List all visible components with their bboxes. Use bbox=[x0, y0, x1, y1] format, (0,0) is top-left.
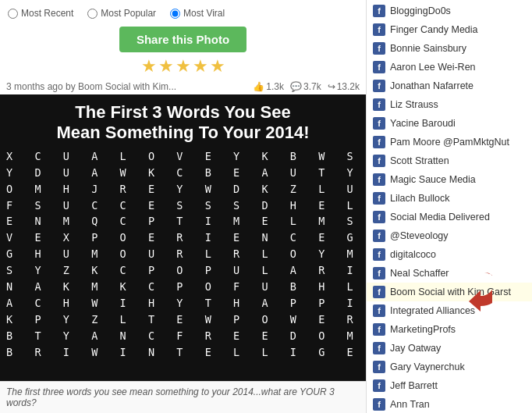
radio-bar: Most Recent Most Popular Most Viral bbox=[0, 0, 366, 23]
sidebar-item-label: BloggingDo0s bbox=[390, 5, 451, 16]
sidebar-item[interactable]: fAnn Tran bbox=[367, 395, 532, 413]
sidebar-item[interactable]: fBloggingDo0s bbox=[367, 2, 532, 20]
share-icon: ↪ bbox=[328, 81, 335, 92]
facebook-icon: f bbox=[373, 230, 385, 242]
word-search-title: The First 3 Words You SeeMean Something … bbox=[0, 94, 366, 148]
sidebar-item[interactable]: fBoom Social with Kim Garst bbox=[367, 283, 532, 301]
sidebar-item[interactable]: fMarketingProfs bbox=[367, 320, 532, 339]
facebook-icon: f bbox=[373, 136, 385, 148]
sidebar-item-label: Integrated Alliances bbox=[390, 305, 475, 316]
sidebar-item[interactable]: fIntegrated Alliances bbox=[367, 301, 532, 320]
share-button-area: Share this Photo ★ ★ ★ ★ ★ bbox=[0, 23, 366, 78]
sidebar-item-label: Scott Stratten bbox=[390, 155, 449, 166]
sidebar-item-label: Jonathan Nafarrete bbox=[390, 80, 473, 91]
sidebar-item[interactable]: fBonnie Sainsbury bbox=[367, 39, 532, 58]
sidebar-item-label: Gary Vaynerchuk bbox=[390, 361, 465, 372]
star-5: ★ bbox=[210, 56, 225, 77]
post-meta-left: 3 months ago by Boom Social with Kim... bbox=[6, 81, 176, 92]
sidebar-item[interactable]: fJeff Barrett bbox=[367, 376, 532, 395]
sidebar-item[interactable]: fGary Vaynerchuk bbox=[367, 358, 532, 376]
sidebar-item[interactable]: fFinger Candy Media bbox=[367, 20, 532, 39]
sidebar-item-label: Liz Strauss bbox=[390, 99, 438, 110]
facebook-icon: f bbox=[373, 361, 385, 373]
star-1: ★ bbox=[141, 56, 157, 77]
share-photo-button[interactable]: Share this Photo bbox=[119, 27, 246, 52]
comments-count: 💬 3.7k bbox=[290, 81, 321, 92]
facebook-icon: f bbox=[373, 23, 385, 36]
sidebar-item-label: Ann Tran bbox=[390, 399, 430, 410]
sidebar-item-label: Bonnie Sainsbury bbox=[390, 43, 466, 54]
shares-count: ↪ 13.2k bbox=[328, 81, 360, 92]
facebook-icon: f bbox=[373, 80, 385, 92]
facebook-icon: f bbox=[373, 211, 385, 223]
sidebar-item[interactable]: fNeal Schaffer bbox=[367, 264, 532, 283]
facebook-icon: f bbox=[373, 342, 385, 354]
facebook-icon: f bbox=[373, 155, 385, 167]
sidebar-item-label: Pam Moore @PamMktgNut bbox=[390, 137, 509, 148]
facebook-icon: f bbox=[373, 5, 385, 17]
radio-most-viral[interactable]: Most Viral bbox=[170, 8, 225, 19]
sidebar-item-label: digitalcoco bbox=[390, 249, 436, 260]
post-meta-right: 👍 1.3k 💬 3.7k ↪ 13.2k bbox=[253, 81, 360, 92]
facebook-icon: f bbox=[373, 173, 385, 186]
radio-most-recent[interactable]: Most Recent bbox=[8, 8, 73, 19]
sidebar-item[interactable]: fAaron Lee Wei-Ren bbox=[367, 58, 532, 77]
sidebar-item[interactable]: fJonathan Nafarrete bbox=[367, 77, 532, 95]
sidebar-item[interactable]: f@Steveology bbox=[367, 226, 532, 245]
sidebar-item[interactable]: fPam Moore @PamMktgNut bbox=[367, 133, 532, 151]
facebook-icon: f bbox=[373, 98, 385, 111]
radio-most-popular[interactable]: Most Popular bbox=[87, 8, 156, 19]
sidebar-item[interactable]: fScott Stratten bbox=[367, 151, 532, 170]
star-3: ★ bbox=[176, 56, 191, 77]
facebook-icon: f bbox=[373, 117, 385, 130]
sidebar-item[interactable]: fLilach Bullock bbox=[367, 189, 532, 208]
meta-row: 3 months ago by Boom Social with Kim... … bbox=[0, 78, 366, 94]
comment-icon: 💬 bbox=[290, 81, 302, 92]
facebook-icon: f bbox=[373, 379, 385, 392]
sidebar-item-label: Magic Sauce Media bbox=[390, 174, 476, 185]
facebook-icon: f bbox=[373, 42, 385, 55]
sidebar-item[interactable]: fSocial Media Delivered bbox=[367, 208, 532, 226]
caption-text: The first three words you see mean somet… bbox=[6, 386, 335, 408]
star-rating: ★ ★ ★ ★ ★ bbox=[141, 56, 225, 77]
facebook-icon: f bbox=[373, 267, 385, 279]
sidebar-item-label: Jay Oatway bbox=[390, 343, 441, 354]
sidebar-item-label: @Steveology bbox=[390, 230, 449, 241]
sidebar-item-label: Social Media Delivered bbox=[390, 212, 490, 223]
sidebar-item-label: Neal Schaffer bbox=[390, 268, 449, 279]
sidebar-item-label: Yacine Baroudi bbox=[390, 118, 456, 129]
sidebar-item[interactable]: fdigitalcoco bbox=[367, 245, 532, 264]
star-2: ★ bbox=[158, 56, 174, 77]
likes-count: 👍 1.3k bbox=[253, 81, 284, 92]
sidebar-item-label: Lilach Bullock bbox=[390, 193, 449, 204]
sidebar-item[interactable]: fYacine Baroudi bbox=[367, 114, 532, 133]
sidebar-item-label: Aaron Lee Wei-Ren bbox=[390, 62, 476, 73]
facebook-icon: f bbox=[373, 398, 385, 411]
facebook-icon: f bbox=[373, 304, 385, 317]
facebook-icon: f bbox=[373, 192, 385, 205]
facebook-icon: f bbox=[373, 61, 385, 73]
right-panel: fBloggingDo0sfFinger Candy MediafBonnie … bbox=[367, 0, 532, 413]
facebook-icon: f bbox=[373, 286, 385, 298]
thumbs-up-icon: 👍 bbox=[253, 81, 264, 92]
sidebar-item[interactable]: fMagic Sauce Media bbox=[367, 170, 532, 189]
facebook-icon: f bbox=[373, 248, 385, 261]
sidebar-item[interactable]: fJay Oatway bbox=[367, 339, 532, 358]
sidebar-item[interactable]: fLiz Strauss bbox=[367, 95, 532, 114]
caption-bar: The first three words you see mean somet… bbox=[0, 381, 366, 413]
word-search-grid: X C U A L O V E Y K B W S N G Y D U A W … bbox=[0, 148, 366, 364]
left-panel: Most Recent Most Popular Most Viral Shar… bbox=[0, 0, 367, 413]
facebook-icon: f bbox=[373, 323, 385, 336]
sidebar-item-label: Jeff Barrett bbox=[390, 380, 438, 391]
sidebar-item-label: MarketingProfs bbox=[390, 324, 456, 335]
star-4: ★ bbox=[193, 56, 208, 77]
sidebar-item-label: Boom Social with Kim Garst bbox=[390, 287, 511, 297]
sidebar-item-label: Finger Candy Media bbox=[390, 24, 478, 35]
word-search-image: The First 3 Words You SeeMean Something … bbox=[0, 94, 366, 381]
